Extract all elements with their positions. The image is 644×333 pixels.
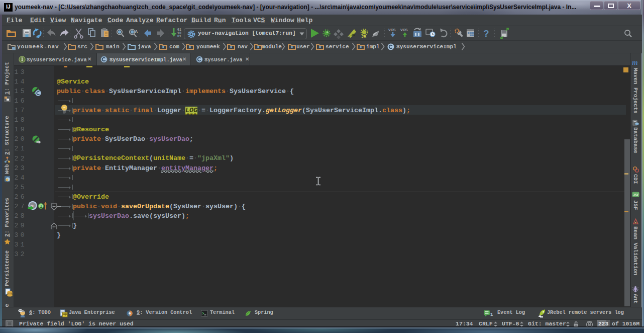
svg-text:JR: JR: [362, 34, 367, 39]
svg-text:JR: JR: [351, 33, 356, 37]
svg-text:A: A: [135, 29, 138, 34]
svg-text:VCS: VCS: [400, 28, 408, 32]
svg-text:VCS: VCS: [388, 28, 396, 32]
svg-text:m: m: [632, 59, 638, 66]
svg-text:1: 1: [490, 312, 493, 317]
svg-text:JSF: JSF: [633, 193, 639, 197]
svg-text:?: ?: [483, 28, 489, 39]
svg-text:01: 01: [177, 35, 181, 38]
svg-text:I: I: [40, 204, 42, 209]
